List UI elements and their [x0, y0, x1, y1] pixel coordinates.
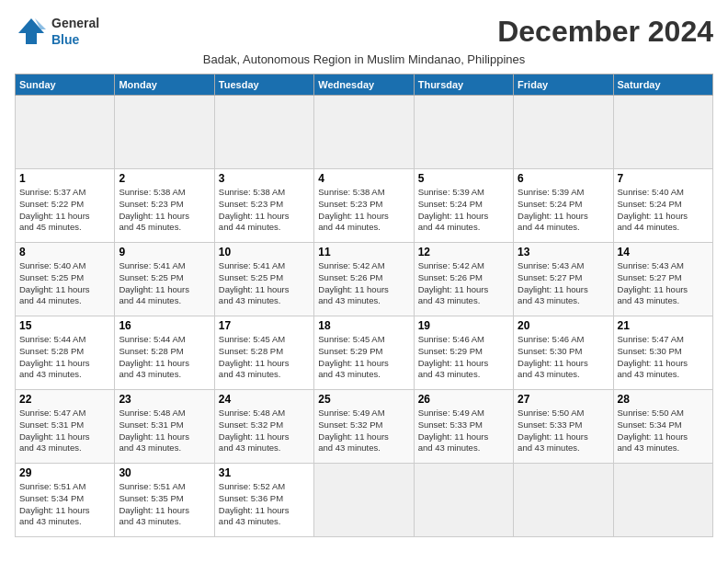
day-number: 17 — [219, 319, 310, 332]
day-number: 23 — [119, 393, 210, 406]
calendar-cell — [514, 96, 613, 169]
day-info: Sunrise: 5:48 AM Sunset: 5:31 PM Dayligh… — [119, 408, 210, 454]
day-number: 22 — [19, 393, 110, 406]
calendar-week-row: 22 Sunrise: 5:47 AM Sunset: 5:31 PM Dayl… — [16, 390, 713, 464]
day-number: 16 — [119, 319, 210, 332]
logo-text: General Blue — [51, 15, 99, 48]
calendar-cell: 7 Sunrise: 5:40 AM Sunset: 5:24 PM Dayli… — [613, 169, 712, 243]
logo-blue: Blue — [51, 32, 79, 47]
calendar-cell: 23 Sunrise: 5:48 AM Sunset: 5:31 PM Dayl… — [115, 390, 214, 464]
day-number: 21 — [618, 319, 709, 332]
subtitle: Badak, Autonomous Region in Muslim Minda… — [15, 52, 713, 66]
day-info: Sunrise: 5:46 AM Sunset: 5:30 PM Dayligh… — [518, 334, 609, 381]
day-info: Sunrise: 5:37 AM Sunset: 5:22 PM Dayligh… — [19, 187, 110, 234]
day-number: 1 — [19, 172, 110, 185]
calendar-cell: 4 Sunrise: 5:38 AM Sunset: 5:23 PM Dayli… — [314, 169, 414, 243]
day-info: Sunrise: 5:45 AM Sunset: 5:29 PM Dayligh… — [318, 334, 409, 381]
day-number: 5 — [418, 172, 509, 185]
day-info: Sunrise: 5:43 AM Sunset: 5:27 PM Dayligh… — [518, 260, 609, 307]
calendar-week-row: 8 Sunrise: 5:40 AM Sunset: 5:25 PM Dayli… — [16, 243, 713, 316]
day-number: 8 — [19, 246, 110, 259]
day-info: Sunrise: 5:49 AM Sunset: 5:33 PM Dayligh… — [418, 408, 509, 454]
calendar-week-row: 1 Sunrise: 5:37 AM Sunset: 5:22 PM Dayli… — [16, 169, 713, 243]
day-number: 7 — [618, 172, 709, 185]
day-number: 14 — [618, 246, 709, 259]
calendar-cell: 5 Sunrise: 5:39 AM Sunset: 5:24 PM Dayli… — [414, 169, 513, 243]
calendar-cell: 14 Sunrise: 5:43 AM Sunset: 5:27 PM Dayl… — [613, 243, 712, 316]
calendar-cell — [214, 96, 313, 169]
day-info: Sunrise: 5:43 AM Sunset: 5:27 PM Dayligh… — [618, 260, 709, 307]
calendar-cell: 20 Sunrise: 5:46 AM Sunset: 5:30 PM Dayl… — [514, 316, 613, 390]
page-header: General Blue December 2024 — [15, 15, 713, 49]
day-info: Sunrise: 5:50 AM Sunset: 5:34 PM Dayligh… — [618, 408, 709, 454]
col-tuesday: Tuesday — [214, 75, 313, 96]
logo-icon — [15, 15, 48, 48]
calendar-header-row: Sunday Monday Tuesday Wednesday Thursday… — [16, 75, 713, 96]
day-info: Sunrise: 5:39 AM Sunset: 5:24 PM Dayligh… — [418, 187, 509, 234]
calendar-cell: 1 Sunrise: 5:37 AM Sunset: 5:22 PM Dayli… — [16, 169, 115, 243]
calendar-cell: 24 Sunrise: 5:48 AM Sunset: 5:32 PM Dayl… — [214, 390, 313, 464]
day-number: 24 — [219, 393, 310, 406]
day-info: Sunrise: 5:47 AM Sunset: 5:30 PM Dayligh… — [618, 334, 709, 381]
logo-general: General — [51, 16, 99, 30]
calendar-cell: 9 Sunrise: 5:41 AM Sunset: 5:25 PM Dayli… — [115, 243, 214, 316]
day-info: Sunrise: 5:50 AM Sunset: 5:33 PM Dayligh… — [518, 408, 609, 454]
calendar-cell: 31 Sunrise: 5:52 AM Sunset: 5:36 PM Dayl… — [214, 464, 313, 537]
day-info: Sunrise: 5:42 AM Sunset: 5:26 PM Dayligh… — [318, 260, 409, 307]
day-number: 2 — [119, 172, 210, 185]
calendar-cell: 22 Sunrise: 5:47 AM Sunset: 5:31 PM Dayl… — [16, 390, 115, 464]
calendar-cell: 15 Sunrise: 5:44 AM Sunset: 5:28 PM Dayl… — [16, 316, 115, 390]
day-number: 13 — [518, 246, 609, 259]
calendar-cell: 8 Sunrise: 5:40 AM Sunset: 5:25 PM Dayli… — [16, 243, 115, 316]
calendar-cell — [115, 96, 214, 169]
day-number: 31 — [219, 466, 310, 479]
month-title: December 2024 — [497, 15, 713, 49]
day-number: 12 — [418, 246, 509, 259]
calendar-cell: 3 Sunrise: 5:38 AM Sunset: 5:23 PM Dayli… — [214, 169, 313, 243]
day-number: 25 — [318, 393, 409, 406]
day-number: 27 — [518, 393, 609, 406]
calendar-cell: 25 Sunrise: 5:49 AM Sunset: 5:32 PM Dayl… — [314, 390, 414, 464]
col-friday: Friday — [514, 75, 613, 96]
day-info: Sunrise: 5:40 AM Sunset: 5:24 PM Dayligh… — [618, 187, 709, 234]
day-number: 9 — [119, 246, 210, 259]
day-number: 26 — [418, 393, 509, 406]
calendar-cell — [16, 96, 115, 169]
calendar-cell: 26 Sunrise: 5:49 AM Sunset: 5:33 PM Dayl… — [414, 390, 513, 464]
day-number: 6 — [518, 172, 609, 185]
day-number: 4 — [318, 172, 409, 185]
calendar-week-row: 29 Sunrise: 5:51 AM Sunset: 5:34 PM Dayl… — [16, 464, 713, 537]
day-number: 20 — [518, 319, 609, 332]
calendar-cell — [414, 96, 513, 169]
day-info: Sunrise: 5:47 AM Sunset: 5:31 PM Dayligh… — [19, 408, 110, 454]
day-info: Sunrise: 5:52 AM Sunset: 5:36 PM Dayligh… — [219, 481, 310, 528]
calendar-cell — [314, 464, 414, 537]
day-number: 19 — [418, 319, 509, 332]
day-info: Sunrise: 5:41 AM Sunset: 5:25 PM Dayligh… — [119, 260, 210, 307]
day-number: 30 — [119, 466, 210, 479]
day-info: Sunrise: 5:44 AM Sunset: 5:28 PM Dayligh… — [19, 334, 110, 381]
day-info: Sunrise: 5:42 AM Sunset: 5:26 PM Dayligh… — [418, 260, 509, 307]
calendar-cell: 18 Sunrise: 5:45 AM Sunset: 5:29 PM Dayl… — [314, 316, 414, 390]
calendar-cell: 27 Sunrise: 5:50 AM Sunset: 5:33 PM Dayl… — [514, 390, 613, 464]
day-info: Sunrise: 5:46 AM Sunset: 5:29 PM Dayligh… — [418, 334, 509, 381]
calendar-cell: 29 Sunrise: 5:51 AM Sunset: 5:34 PM Dayl… — [16, 464, 115, 537]
col-monday: Monday — [115, 75, 214, 96]
day-number: 15 — [19, 319, 110, 332]
calendar-cell: 21 Sunrise: 5:47 AM Sunset: 5:30 PM Dayl… — [613, 316, 712, 390]
calendar-cell — [314, 96, 414, 169]
calendar-cell: 30 Sunrise: 5:51 AM Sunset: 5:35 PM Dayl… — [115, 464, 214, 537]
day-number: 11 — [318, 246, 409, 259]
day-info: Sunrise: 5:49 AM Sunset: 5:32 PM Dayligh… — [318, 408, 409, 454]
calendar-cell: 2 Sunrise: 5:38 AM Sunset: 5:23 PM Dayli… — [115, 169, 214, 243]
calendar-cell: 16 Sunrise: 5:44 AM Sunset: 5:28 PM Dayl… — [115, 316, 214, 390]
calendar-cell — [414, 464, 513, 537]
logo: General Blue — [15, 15, 99, 48]
col-wednesday: Wednesday — [314, 75, 414, 96]
calendar-week-row — [16, 96, 713, 169]
calendar-week-row: 15 Sunrise: 5:44 AM Sunset: 5:28 PM Dayl… — [16, 316, 713, 390]
day-info: Sunrise: 5:38 AM Sunset: 5:23 PM Dayligh… — [219, 187, 310, 234]
day-info: Sunrise: 5:51 AM Sunset: 5:35 PM Dayligh… — [119, 481, 210, 528]
day-number: 3 — [219, 172, 310, 185]
col-saturday: Saturday — [613, 75, 712, 96]
